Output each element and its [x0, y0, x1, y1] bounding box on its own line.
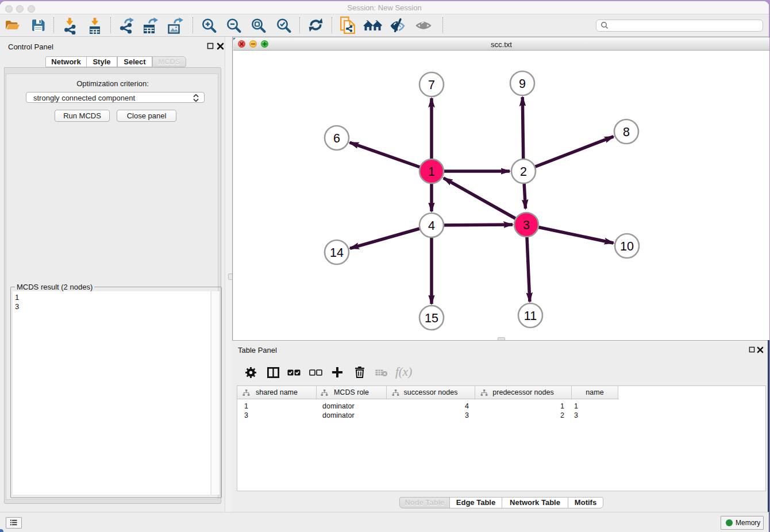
svg-text:f(x): f(x)	[395, 365, 412, 379]
svg-text:15: 15	[425, 311, 438, 325]
svg-text:10: 10	[620, 240, 634, 253]
svg-text:9: 9	[519, 77, 526, 91]
svg-text:14: 14	[330, 246, 344, 260]
svg-text:4: 4	[428, 219, 435, 233]
svg-text:8: 8	[623, 125, 630, 139]
svg-text:1: 1	[428, 165, 435, 179]
svg-text:3: 3	[523, 218, 530, 232]
svg-text:11: 11	[524, 309, 537, 323]
svg-text:7: 7	[428, 78, 435, 92]
svg-text:2: 2	[520, 165, 527, 179]
svg-text:6: 6	[333, 132, 340, 145]
